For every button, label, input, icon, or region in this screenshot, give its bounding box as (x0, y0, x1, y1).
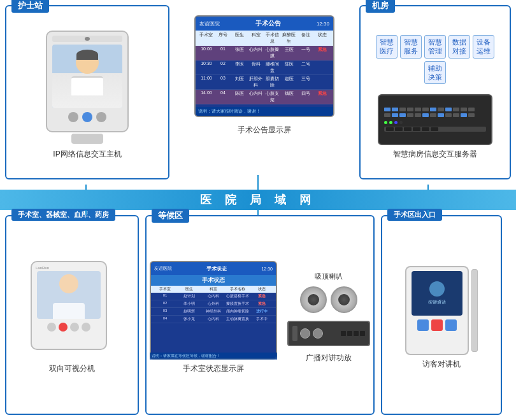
drive-8 (438, 108, 444, 111)
ip-host-device (46, 31, 129, 132)
screen-cols: 手术室 序号 医生 科室 手术信息 麻醉医生 备注 状态 (196, 31, 333, 46)
ss-time: 12:30 (261, 267, 273, 271)
bidir-monitor-wrapper: LanRen (31, 261, 113, 360)
ip-host-label: IP网络信息交互主机 (53, 149, 121, 160)
drive-17 (415, 113, 421, 117)
port-bar (384, 127, 486, 132)
led-1 (384, 121, 387, 124)
speakers-section: 吸顶喇叭 (300, 272, 357, 313)
bottom-row: 手术室、器械室、血库、药房 LanRen (0, 210, 516, 420)
screen-row-1: 10:00 01 张医 心内科 心脏瓣膜 王医 一号 紧急 (196, 46, 333, 60)
network-bar: 医 院 局 域 网 (0, 190, 516, 210)
drive-4 (407, 108, 413, 111)
doctor-coat (71, 76, 103, 95)
status-screen-label: 手术室状态显示屏 (183, 363, 244, 374)
vi-icon (429, 281, 445, 297)
led-4 (399, 121, 403, 124)
module-medical: 智慧医疗 (376, 35, 398, 59)
bidir-screen (37, 271, 101, 319)
server-device (378, 94, 492, 145)
status-screen-device: 友谊医院 手术状态 12:30 手术状态 手术室 医生 科室 手术名称 状态 (150, 261, 277, 360)
amp-section: 广播对讲功放 (287, 321, 370, 363)
machine-room-content: 智慧医疗 智慧服务 智慧管理 数据对接 设备运维 辅助决策 (361, 11, 510, 178)
surgery-entrance-section: 手术区出入口 按键通话 访客对讲机 (381, 215, 502, 415)
drive-7 (430, 108, 436, 111)
control-btn-2 (82, 112, 92, 122)
module-data: 数据对接 (448, 35, 470, 59)
screen-time: 12:30 (317, 21, 329, 27)
surgery-rooms-section: 手术室、器械室、血库、药房 LanRen (5, 215, 139, 415)
ss-row-4: 04 张小龙 心内科 主动脉瓣置换 手术中 (151, 316, 276, 323)
drive-19 (430, 113, 436, 117)
screen-row-3: 11:00 03 刘医 肝胆外科 胆囊切除 赵医 三号 (196, 75, 333, 90)
vi-btn-3 (445, 319, 457, 331)
surgery-entrance-label: 手术区出入口 (387, 209, 442, 221)
screen-footer: 说明：请大家按时就诊，谢谢！ (196, 107, 333, 116)
vi-buttons (417, 319, 457, 331)
led-3 (394, 121, 398, 124)
amplifier-device (287, 321, 370, 346)
bidir-btn-3 (70, 323, 79, 332)
top-row: 护士站 (0, 0, 516, 185)
amp-knob-2 (313, 328, 323, 339)
speaker-ceiling-label: 吸顶喇叭 (315, 272, 343, 281)
speaker-2 (331, 286, 357, 313)
visitor-intercom-device: 按键通话 (405, 266, 469, 355)
drive-16 (407, 113, 413, 117)
ss-row-3: 03 赵明辉 神经外科 颅内肿瘤切除 进行中 (151, 308, 276, 316)
port-6 (431, 127, 438, 131)
surgery-announce-screen-wrapper: 友谊医院 手术公告 12:30 手术室 序号 医生 科室 手术信息 麻醉医生 备… (194, 15, 334, 117)
surgery-announce-screen: 友谊医院 手术公告 12:30 手术室 序号 医生 科室 手术信息 麻醉医生 备… (194, 15, 334, 117)
drive-24 (468, 113, 475, 117)
led-2 (389, 121, 392, 124)
speakers-group: 吸顶喇叭 (287, 272, 370, 363)
surgery-entrance-content: 按键通话 访客对讲机 (382, 221, 501, 414)
led-row (384, 121, 486, 124)
broadcast-amp-label: 广播对讲功放 (306, 353, 352, 363)
nurse-station-label: 护士站 (11, 0, 49, 13)
bidir-monitor-device: LanRen (31, 261, 107, 350)
doctor-hair (76, 50, 98, 60)
ss-hospital: 友谊医院 (154, 265, 172, 272)
visitor-intercom-wrapper: 按键通话 (405, 266, 478, 355)
amp-btn-1 (292, 326, 297, 341)
status-screen-wrapper: 友谊医院 手术状态 12:30 手术状态 手术室 医生 科室 手术名称 状态 (150, 261, 277, 360)
bidir-monitor-label: 双向可视分机 (49, 363, 95, 374)
ip-host-stand (71, 134, 103, 144)
network-label: 医 院 局 域 网 (200, 192, 316, 207)
vi-btn-1 (417, 319, 429, 331)
drive-2 (392, 108, 398, 111)
module-manage: 智慧管理 (424, 35, 446, 59)
bidir-face (59, 274, 78, 293)
drive-6 (422, 108, 429, 111)
drive-23 (461, 113, 467, 117)
ss-footer: 说明：请家属在等候区等候，谢谢配合！ (150, 353, 277, 360)
side-rail (471, 269, 478, 352)
control-btn-3 (96, 112, 106, 122)
speaker-2-inner (338, 294, 350, 305)
drive-21 (445, 113, 452, 117)
vi-btn-2 (431, 319, 443, 331)
drive-5 (415, 108, 421, 111)
drive-14 (392, 113, 398, 117)
amp-port-3 (354, 331, 359, 336)
server-wrapper (378, 94, 492, 145)
drive-15 (399, 113, 406, 117)
ip-host-controls (68, 112, 106, 122)
camera-dot (85, 37, 90, 41)
ss-row-1: 01 赵计划 心内科 心脏搭桥手术 紧急 (151, 293, 276, 300)
bidir-btn-4 (82, 323, 90, 332)
ip-host-screen (52, 45, 122, 108)
amp-port-2 (347, 331, 352, 336)
ip-host-wrapper (46, 31, 129, 145)
drive-1 (384, 108, 391, 111)
drive-row-2 (384, 113, 486, 117)
screen-row-2: 10:30 02 李医 骨科 腰椎间盘 陈医 二号 (196, 60, 333, 75)
amp-port-4 (360, 331, 365, 336)
screen-header: 友谊医院 手术公告 12:30 (196, 17, 333, 31)
port-3 (404, 127, 412, 131)
speaker-1 (300, 286, 327, 313)
waiting-area-label: 等候区 (152, 209, 189, 223)
surgery-announce-section: 友谊医院 手术公告 12:30 手术室 序号 医生 科室 手术信息 麻醉医生 备… (176, 5, 353, 179)
module-service: 智慧服务 (400, 35, 422, 59)
